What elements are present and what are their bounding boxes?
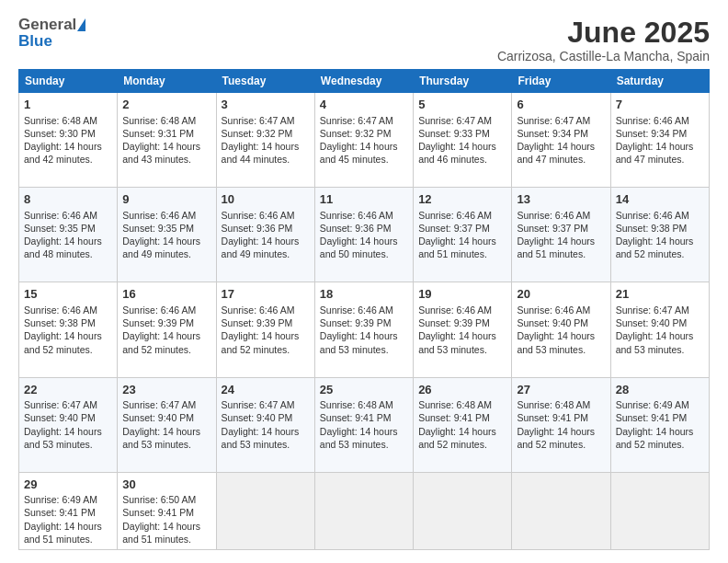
- sunrise-text: Sunrise: 6:47 AM: [616, 304, 689, 316]
- calendar-cell: 13Sunrise: 6:46 AMSunset: 9:37 PMDayligh…: [512, 188, 610, 282]
- day-number: 3: [222, 97, 310, 113]
- calendar-cell: 12Sunrise: 6:46 AMSunset: 9:37 PMDayligh…: [414, 188, 512, 282]
- calendar-cell: 18Sunrise: 6:46 AMSunset: 9:39 PMDayligh…: [314, 282, 413, 377]
- day-number: 12: [418, 191, 506, 208]
- day-number: 2: [122, 97, 210, 113]
- sunrise-text: Sunrise: 6:49 AM: [616, 399, 689, 410]
- calendar-cell: 19Sunrise: 6:46 AMSunset: 9:39 PMDayligh…: [414, 282, 512, 377]
- daylight-label: Daylight: 14 hours: [122, 521, 200, 532]
- sunrise-text: Sunrise: 6:48 AM: [24, 115, 97, 126]
- calendar-title: June 2025: [497, 17, 710, 49]
- day-number: 28: [616, 382, 704, 398]
- calendar-cell: [610, 472, 709, 549]
- daylight-minutes: and 51 minutes.: [24, 534, 93, 545]
- sunset-text: Sunset: 9:32 PM: [320, 128, 392, 139]
- logo-triangle-icon: [77, 18, 85, 31]
- sunset-text: Sunset: 9:40 PM: [616, 317, 688, 328]
- sunrise-text: Sunrise: 6:46 AM: [616, 115, 689, 126]
- sunset-text: Sunset: 9:41 PM: [320, 412, 392, 423]
- sunset-text: Sunset: 9:30 PM: [24, 128, 96, 139]
- calendar-cell: 4Sunrise: 6:47 AMSunset: 9:32 PMDaylight…: [314, 93, 413, 188]
- sunset-text: Sunset: 9:40 PM: [222, 412, 293, 423]
- daylight-label: Daylight: 14 hours: [517, 141, 595, 152]
- calendar-cell: [512, 472, 610, 549]
- daylight-minutes: and 52 minutes.: [24, 344, 93, 355]
- daylight-minutes: and 45 minutes.: [320, 154, 389, 165]
- calendar-cell: 10Sunrise: 6:46 AMSunset: 9:36 PMDayligh…: [216, 188, 314, 282]
- daylight-label: Daylight: 14 hours: [122, 330, 200, 341]
- sunset-text: Sunset: 9:41 PM: [517, 412, 588, 423]
- day-number: 4: [320, 97, 408, 113]
- daylight-label: Daylight: 14 hours: [24, 521, 102, 532]
- calendar-cell: 21Sunrise: 6:47 AMSunset: 9:40 PMDayligh…: [610, 282, 709, 377]
- sunrise-text: Sunrise: 6:48 AM: [122, 115, 196, 126]
- day-number: 11: [320, 191, 408, 208]
- daylight-minutes: and 52 minutes.: [222, 344, 290, 355]
- calendar-cell: 30Sunrise: 6:50 AMSunset: 9:41 PMDayligh…: [118, 472, 216, 549]
- daylight-label: Daylight: 14 hours: [24, 236, 102, 247]
- logo-general-text: General: [18, 17, 76, 32]
- daylight-label: Daylight: 14 hours: [616, 330, 694, 341]
- day-number: 9: [122, 191, 210, 208]
- day-number: 10: [222, 191, 310, 208]
- calendar-cell: 28Sunrise: 6:49 AMSunset: 9:41 PMDayligh…: [610, 377, 709, 472]
- daylight-label: Daylight: 14 hours: [222, 426, 300, 437]
- daylight-minutes: and 44 minutes.: [222, 154, 290, 165]
- sunset-text: Sunset: 9:41 PM: [122, 507, 194, 518]
- daylight-label: Daylight: 14 hours: [616, 426, 694, 437]
- sunrise-text: Sunrise: 6:46 AM: [320, 304, 393, 316]
- weekday-header: Thursday: [414, 70, 512, 93]
- day-number: 20: [517, 286, 605, 303]
- daylight-label: Daylight: 14 hours: [517, 426, 595, 437]
- day-number: 6: [517, 97, 605, 113]
- calendar-cell: 23Sunrise: 6:47 AMSunset: 9:40 PMDayligh…: [118, 377, 216, 472]
- day-number: 21: [616, 286, 704, 303]
- calendar-cell: 11Sunrise: 6:46 AMSunset: 9:36 PMDayligh…: [314, 188, 413, 282]
- weekday-header: Sunday: [19, 70, 118, 93]
- daylight-minutes: and 53 minutes.: [320, 344, 389, 355]
- day-number: 26: [418, 382, 506, 398]
- sunrise-text: Sunrise: 6:48 AM: [320, 399, 393, 410]
- day-number: 13: [517, 191, 605, 208]
- daylight-label: Daylight: 14 hours: [24, 141, 102, 152]
- daylight-label: Daylight: 14 hours: [616, 141, 694, 152]
- daylight-label: Daylight: 14 hours: [418, 141, 496, 152]
- day-number: 15: [24, 286, 112, 303]
- sunset-text: Sunset: 9:41 PM: [24, 507, 96, 518]
- day-number: 22: [24, 382, 112, 398]
- sunset-text: Sunset: 9:39 PM: [418, 317, 490, 328]
- daylight-minutes: and 51 minutes.: [418, 248, 487, 259]
- daylight-minutes: and 52 minutes.: [616, 248, 685, 259]
- day-number: 29: [24, 477, 112, 493]
- sunrise-text: Sunrise: 6:46 AM: [418, 304, 492, 316]
- daylight-minutes: and 53 minutes.: [616, 344, 685, 355]
- sunrise-text: Sunrise: 6:46 AM: [320, 210, 393, 221]
- daylight-minutes: and 53 minutes.: [222, 439, 290, 450]
- daylight-minutes: and 53 minutes.: [418, 344, 487, 355]
- calendar-cell: 8Sunrise: 6:46 AMSunset: 9:35 PMDaylight…: [19, 188, 118, 282]
- daylight-minutes: and 51 minutes.: [517, 248, 586, 259]
- daylight-minutes: and 46 minutes.: [418, 154, 487, 165]
- sunrise-text: Sunrise: 6:50 AM: [122, 494, 196, 505]
- sunset-text: Sunset: 9:40 PM: [517, 317, 588, 328]
- sunrise-text: Sunrise: 6:47 AM: [122, 399, 196, 410]
- day-number: 30: [122, 477, 210, 493]
- calendar-cell: 16Sunrise: 6:46 AMSunset: 9:39 PMDayligh…: [118, 282, 216, 377]
- sunrise-text: Sunrise: 6:47 AM: [24, 399, 97, 410]
- calendar-cell: 29Sunrise: 6:49 AMSunset: 9:41 PMDayligh…: [19, 472, 118, 549]
- daylight-label: Daylight: 14 hours: [24, 330, 102, 341]
- sunrise-text: Sunrise: 6:46 AM: [418, 210, 492, 221]
- daylight-minutes: and 53 minutes.: [320, 439, 389, 450]
- sunset-text: Sunset: 9:35 PM: [24, 223, 96, 234]
- daylight-minutes: and 52 minutes.: [517, 439, 586, 450]
- calendar-subtitle: Carrizosa, Castille-La Mancha, Spain: [497, 49, 710, 63]
- title-area: June 2025 Carrizosa, Castille-La Mancha,…: [497, 17, 710, 63]
- sunset-text: Sunset: 9:41 PM: [616, 412, 688, 423]
- sunset-text: Sunset: 9:38 PM: [616, 223, 688, 234]
- sunset-text: Sunset: 9:38 PM: [24, 317, 96, 328]
- daylight-minutes: and 43 minutes.: [122, 154, 191, 165]
- weekday-header: Tuesday: [216, 70, 314, 93]
- daylight-label: Daylight: 14 hours: [320, 426, 398, 437]
- day-number: 24: [222, 382, 310, 398]
- daylight-label: Daylight: 14 hours: [517, 330, 595, 341]
